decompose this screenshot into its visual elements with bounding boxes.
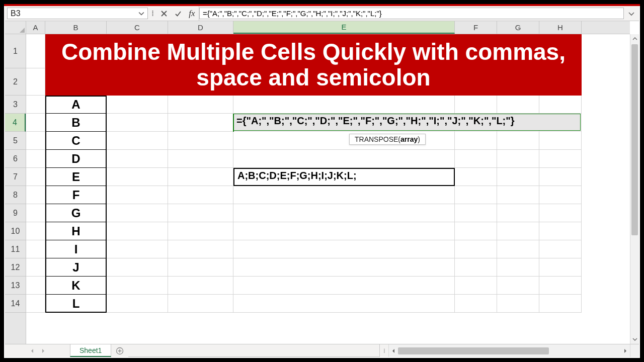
gridline-h bbox=[26, 222, 582, 222]
vertical-scrollbar[interactable] bbox=[630, 34, 639, 344]
row-header-8[interactable]: 8 bbox=[5, 186, 26, 204]
result-cell[interactable]: A;B;C;D;E;F;G;H;I;J;K;L; bbox=[233, 168, 455, 186]
row-header-3[interactable]: 3 bbox=[5, 96, 26, 114]
spreadsheet-grid[interactable]: ABCDEFGH 1234567891011121314 Combine Mul… bbox=[5, 21, 639, 344]
gridline-h bbox=[26, 258, 582, 258]
column-header-A[interactable]: A bbox=[26, 21, 45, 34]
enter-button[interactable] bbox=[171, 6, 185, 21]
column-header-G[interactable]: G bbox=[497, 21, 539, 34]
new-sheet-button[interactable] bbox=[111, 344, 128, 357]
row-header-5[interactable]: 5 bbox=[5, 132, 26, 150]
separator: ⁞ bbox=[148, 6, 157, 21]
cell-B7[interactable]: E bbox=[45, 168, 107, 186]
check-icon bbox=[174, 10, 182, 18]
gridline-h bbox=[26, 312, 582, 313]
gridline-h bbox=[26, 276, 582, 277]
row-header-10[interactable]: 10 bbox=[5, 222, 26, 240]
name-box[interactable]: B3 bbox=[7, 8, 148, 19]
triangle-right-icon bbox=[41, 348, 46, 353]
chevron-down-icon[interactable] bbox=[138, 11, 144, 17]
scrollbar-thumb[interactable] bbox=[398, 347, 549, 354]
cell-B9[interactable]: G bbox=[45, 204, 107, 222]
row-headers: 1234567891011121314 bbox=[5, 34, 26, 344]
cell-B3[interactable]: A bbox=[45, 96, 107, 114]
window-accent-bar bbox=[4, 4, 640, 6]
tooltip-fn: TRANSPOSE bbox=[355, 135, 398, 143]
column-header-F[interactable]: F bbox=[455, 21, 497, 34]
cell-B5[interactable]: C bbox=[45, 132, 107, 150]
title-banner: Combine Multiple Cells Quickly with comm… bbox=[45, 34, 582, 96]
gridline-h bbox=[26, 149, 582, 150]
cell-B8[interactable]: F bbox=[45, 186, 107, 204]
cell-B12[interactable]: J bbox=[45, 258, 107, 277]
row-header-14[interactable]: 14 bbox=[5, 295, 26, 313]
triangle-left-icon bbox=[30, 348, 35, 353]
row-header-13[interactable]: 13 bbox=[5, 277, 26, 295]
sheet-tab-label: Sheet1 bbox=[79, 346, 102, 354]
column-header-E[interactable]: E bbox=[233, 21, 455, 34]
scroll-corner bbox=[630, 344, 639, 357]
cell-B14[interactable]: L bbox=[45, 295, 107, 313]
column-header-H[interactable]: H bbox=[539, 21, 582, 34]
cell-B10[interactable]: H bbox=[45, 222, 107, 240]
editing-cursor-edge bbox=[233, 114, 234, 132]
scroll-down-button[interactable] bbox=[630, 335, 639, 344]
expand-formula-bar-button[interactable] bbox=[624, 6, 639, 21]
cancel-button[interactable] bbox=[157, 6, 171, 21]
cell-B13[interactable]: K bbox=[45, 277, 107, 295]
row-header-9[interactable]: 9 bbox=[5, 204, 26, 222]
row-header-6[interactable]: 6 bbox=[5, 150, 26, 168]
formula-input[interactable]: ={"A;","B;","C;","D;","E;","F;","G;","H;… bbox=[199, 8, 624, 19]
gridline-h bbox=[26, 204, 582, 204]
column-headers: ABCDEFGH bbox=[26, 21, 630, 34]
scroll-up-button[interactable] bbox=[630, 34, 639, 43]
chevron-down-icon bbox=[628, 10, 635, 17]
gridline-h bbox=[26, 131, 582, 132]
row-header-4[interactable]: 4 bbox=[5, 114, 26, 132]
cell-B6[interactable]: D bbox=[45, 150, 107, 168]
gridline-h bbox=[26, 240, 582, 240]
cell-B4[interactable]: B bbox=[45, 114, 107, 132]
cells-pane[interactable]: Combine Multiple Cells Quickly with comm… bbox=[26, 34, 630, 344]
tab-spacer bbox=[128, 344, 379, 357]
sheet-tab-bar: Sheet1 ⁞ bbox=[5, 344, 639, 357]
column-header-C[interactable]: C bbox=[107, 21, 168, 34]
row-header-7[interactable]: 7 bbox=[5, 168, 26, 186]
horizontal-scrollbar[interactable] bbox=[388, 344, 630, 357]
name-box-value: B3 bbox=[11, 9, 21, 18]
formula-text: ={"A;","B;","C;","D;","E;","F;","G;","H;… bbox=[203, 9, 382, 18]
plus-circle-icon bbox=[116, 347, 124, 355]
split-handle[interactable]: ⁞ bbox=[379, 344, 388, 357]
row-header-2[interactable]: 2 bbox=[5, 68, 26, 96]
tooltip-arg: array bbox=[400, 135, 418, 143]
tab-nav-buttons[interactable] bbox=[5, 344, 70, 357]
scrollbar-thumb[interactable] bbox=[631, 44, 638, 235]
sheet-tab-active[interactable]: Sheet1 bbox=[70, 344, 111, 357]
active-cell-editor[interactable]: ={"A;","B;","C;","D;","E;","F;","G;","H;… bbox=[233, 114, 581, 131]
column-header-B[interactable]: B bbox=[45, 21, 107, 34]
x-icon bbox=[160, 10, 168, 18]
scrollbar-track[interactable] bbox=[398, 347, 621, 354]
gridline-h bbox=[26, 294, 582, 295]
select-all-button[interactable] bbox=[5, 21, 26, 34]
cell-B11[interactable]: I bbox=[45, 240, 107, 258]
row-header-12[interactable]: 12 bbox=[5, 258, 26, 277]
row-header-11[interactable]: 11 bbox=[5, 240, 26, 258]
scroll-left-button[interactable] bbox=[389, 348, 398, 353]
row-header-1[interactable]: 1 bbox=[5, 34, 26, 68]
column-header-D[interactable]: D bbox=[168, 21, 233, 34]
function-tooltip: TRANSPOSE(array) bbox=[349, 134, 426, 145]
scroll-right-button[interactable] bbox=[621, 348, 630, 353]
insert-function-button[interactable]: fx bbox=[185, 6, 199, 21]
formula-bar: B3 ⁞ fx ={"A;","B;","C;","D;","E;","F;",… bbox=[5, 6, 639, 21]
